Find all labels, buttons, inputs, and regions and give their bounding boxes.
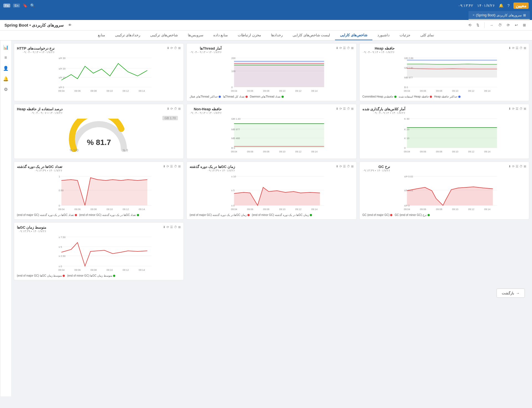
chart-table-icon[interactable]: ⊞ (178, 107, 181, 111)
tab-close-btn[interactable]: ✕ (472, 14, 475, 17)
chart-menu-icon[interactable]: ☰ (516, 107, 518, 111)
chart-download-icon[interactable]: ⬇ (508, 165, 511, 168)
chart-table-icon[interactable]: ⊞ (524, 107, 526, 111)
chart-menu-icon[interactable]: ☰ (343, 107, 346, 111)
nav-grid-btn[interactable]: ⊞ (521, 22, 528, 28)
chart-refresh-icon[interactable]: ⟳ (339, 165, 342, 168)
chart-download-icon[interactable]: ⬇ (163, 165, 165, 168)
chart-table-icon[interactable]: ⊞ (351, 165, 354, 168)
tab-list-shakhes[interactable]: لیست شاخص‌های کارایی (288, 30, 335, 40)
chart-download-icon[interactable]: ⬇ (336, 46, 338, 50)
chart-table-icon[interactable]: ⊞ (351, 46, 354, 50)
chart-actions: ⊞ ⏱ ⟳ ⬇ (167, 107, 181, 111)
back-button[interactable]: → بازگشت (497, 289, 525, 298)
chart-history-icon[interactable]: ⏱ (174, 46, 177, 50)
chart-title-area: حافظه Heap ۱۴۰۱/۷/۲۶ • ۰۹:۰۴-۰۹:۱۴ (362, 46, 395, 54)
tab-rokhdadha[interactable]: رخدادها (266, 30, 288, 40)
lang-fa-btn[interactable]: Fa (3, 4, 10, 7)
main-tab[interactable]: ⊞ سرورهای کاربردی (Spring Boot) ✕ (469, 11, 530, 20)
legend-dot (63, 275, 65, 277)
sidebar-icon-settings[interactable]: ⚙ (1, 85, 10, 94)
nav-refresh-btn[interactable]: ⟳ (505, 22, 511, 28)
chart-menu-icon[interactable]: ☰ (343, 165, 346, 168)
chart-menu-icon[interactable]: ☰ (170, 225, 173, 229)
chart-menu-icon[interactable]: ☰ (343, 46, 346, 50)
tab-tarkibi[interactable]: شاخص‌های ترکیبی (145, 30, 183, 40)
chart-refresh-icon[interactable]: ⟳ (512, 46, 515, 50)
chart-history-icon[interactable]: ⏱ (347, 107, 350, 111)
tab-joziyat[interactable]: جزئیات (395, 30, 415, 40)
chart-history-icon[interactable]: ⏱ (174, 165, 177, 168)
chart-refresh-icon[interactable]: ⟳ (512, 165, 515, 168)
chart-download-icon[interactable]: ⬇ (508, 107, 511, 111)
chart-download-icon[interactable]: ⬇ (336, 107, 338, 111)
notification-icon[interactable]: 🔔 (499, 3, 503, 8)
chart-history-icon[interactable]: ⏱ (520, 165, 523, 168)
chart-history-icon[interactable]: ⏱ (347, 165, 350, 168)
chart-table-icon[interactable]: ⊞ (524, 46, 526, 50)
sidebar-icon-chart[interactable]: 📊 (1, 43, 10, 52)
chart-body: 30 #/s 20 #/s 10 #/s 0 #/s 09:04 09:06 0… (17, 55, 181, 94)
chart-refresh-icon[interactable]: ⟳ (170, 107, 173, 111)
chart-download-icon[interactable]: ⬇ (163, 225, 165, 229)
legend-item: متوسط زمان GCها (end of major GC) (17, 274, 65, 277)
svg-text:09:12: 09:12 (468, 208, 474, 211)
sidebar-icon-list[interactable]: ≡ (1, 53, 10, 62)
chart-refresh-icon[interactable]: ⟳ (167, 225, 169, 229)
chart-refresh-icon[interactable]: ⟳ (167, 165, 169, 168)
nav-forward-btn[interactable]: → (488, 22, 495, 28)
legend-label: تعداد کل Thread‌ها (223, 95, 245, 98)
tab-manabe[interactable]: منابع داده (208, 30, 233, 40)
chart-table-icon[interactable]: ⊞ (178, 165, 181, 168)
chart-table-icon[interactable]: ⊞ (178, 46, 181, 50)
nav-timer-btn[interactable]: ⏱ (497, 22, 503, 28)
sidebar-icon-bell[interactable]: 🔔 (1, 74, 10, 83)
tab-namaykol[interactable]: نمای کلی (415, 30, 439, 40)
chart-history-icon[interactable]: ⏱ (520, 46, 523, 50)
eye-icon[interactable]: 👁 (66, 22, 73, 28)
search-icon[interactable]: 🔍 (30, 3, 35, 8)
chart-download-icon[interactable]: ⬇ (167, 107, 169, 111)
svg-text:30 K: 30 K (404, 118, 409, 120)
chart-table-icon[interactable]: ⊞ (351, 107, 354, 111)
chart-header: ⊞ ⏱ ☰ ⟳ ⬇ نرخ GC ۱۴۰۱/۷/۲۶ • ۰۹:۱۳:۳۹ (362, 165, 526, 172)
chart-download-icon[interactable]: ⬇ (167, 46, 169, 50)
tab-dashboard[interactable]: داشبورد (372, 30, 395, 40)
chart-refresh-icon[interactable]: ⟳ (339, 46, 342, 50)
bookmark-icon[interactable]: 🔖 (23, 3, 27, 8)
chart-actions: ⊞ ⏱ ☰ ⟳ ⬇ (508, 46, 526, 50)
tab-makhzan[interactable]: مخزن ارتباطات (233, 30, 266, 40)
chart-table-icon[interactable]: ⊞ (524, 165, 526, 168)
chart-menu-icon[interactable]: ☰ (170, 165, 173, 168)
chart-download-icon[interactable]: ⬇ (336, 165, 338, 168)
tab-manabe2[interactable]: منابع (93, 30, 110, 40)
chart-download-icon[interactable]: ⬇ (508, 46, 511, 50)
legend-item: حافظه Heap استفاده شده (399, 95, 432, 98)
nav-reload-btn[interactable]: ⟲ (467, 22, 473, 28)
nav-back-btn[interactable]: ↩ (513, 22, 520, 28)
help-icon[interactable]: ? (507, 3, 510, 8)
chart-history-icon[interactable]: ⏱ (174, 107, 177, 111)
chart-refresh-icon[interactable]: ⟳ (512, 107, 515, 111)
tab-shakhes[interactable]: شاخص‌های کارایی (335, 30, 372, 40)
tab-rokhdad-tarkibi[interactable]: رخدادهای ترکیبی (110, 30, 145, 40)
gauge-area: 1.70 GB 81.7 % 0 % 100 % (17, 116, 181, 153)
svg-marker-51 (407, 128, 497, 148)
chart-refresh-icon[interactable]: ⟳ (170, 46, 173, 50)
sidebar-icon-user[interactable]: 👤 (1, 64, 10, 73)
lang-en-btn[interactable]: En (13, 4, 20, 7)
chart-history-icon[interactable]: ⏱ (347, 46, 350, 50)
chart-refresh-icon[interactable]: ⟳ (339, 107, 342, 111)
tab-services[interactable]: سرویس‌ها (183, 30, 208, 40)
chart-history-icon[interactable]: ⏱ (174, 225, 177, 229)
legend-dot (75, 214, 77, 216)
chart-table-icon[interactable]: ⊞ (178, 225, 181, 229)
top-bar: معیین ? 🔔 ۱۴۰۱/۷/۲۶ ۰۹:۱۳:۴۲ 🔍 🔖 En Fa (0, 0, 532, 11)
svg-text:09:04: 09:04 (404, 90, 410, 92)
chart-body: 2.86 GB 1.91 GB 977 MB 0 B 09:04 09: (362, 55, 526, 94)
chart-menu-icon[interactable]: ☰ (516, 165, 518, 168)
legend-label: حداکثر Thread‌های فعال (190, 95, 218, 98)
chart-menu-icon[interactable]: ☰ (516, 46, 518, 50)
nav-sort-btn[interactable]: ⇅ (475, 22, 481, 28)
chart-history-icon[interactable]: ⏱ (520, 107, 523, 111)
